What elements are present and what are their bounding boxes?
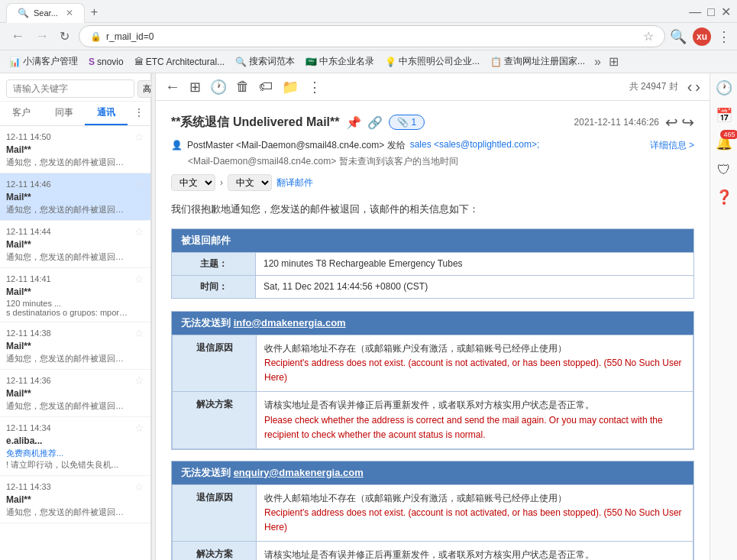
star-icon[interactable]: ☆ bbox=[134, 374, 144, 387]
cannot-deliver-1-header: 无法发送到 info@dmakenergia.com bbox=[172, 312, 693, 335]
bookmark-domain-icon: 📋 bbox=[490, 57, 502, 67]
star-icon[interactable]: ☆ bbox=[134, 225, 144, 238]
local-time-row: <Mail-Daemon@smail48.cn4e.com> 暂未查询到该客户的… bbox=[171, 155, 694, 168]
bookmark-xiaoman[interactable]: 📊 小满客户管理 bbox=[6, 53, 81, 70]
more-toolbar-icon[interactable]: ⋮ bbox=[308, 79, 322, 95]
star-icon[interactable]: ☆ bbox=[134, 481, 144, 493]
cd2-solution-row: 解决方案 请核实地址是否有误并修正后再重新发件，或者联系对方核实用户状态是否正常… bbox=[173, 542, 693, 560]
time-value-cell: Sat, 11 Dec 2021 14:44:56 +0800 (CST) bbox=[256, 275, 694, 298]
tab-customer[interactable]: 客户 bbox=[0, 102, 43, 125]
clock-icon[interactable]: 🕐 bbox=[210, 79, 227, 95]
cannot-deliver-2-header: 无法发送到 enquiry@dmakenergia.com bbox=[172, 461, 693, 484]
bookmarks-bar: 📊 小满客户管理 S snovio 🏛 ETC Architectural...… bbox=[0, 50, 737, 73]
bookmark-lighting[interactable]: 💡 中东照明公司企业... bbox=[382, 53, 483, 70]
star-icon[interactable]: ☆ bbox=[134, 327, 144, 339]
refresh-btn[interactable]: ↻ bbox=[55, 28, 74, 45]
list-item[interactable]: 12-11 14:33 ☆ Mail** 通知您，您发送的邮件被退回，... bbox=[0, 476, 150, 523]
attachment-count: 1 bbox=[412, 117, 417, 128]
tab-close-icon[interactable]: ✕ bbox=[66, 8, 73, 18]
reading-list-icon[interactable]: ⊞ bbox=[609, 54, 619, 69]
next-email-icon[interactable]: › bbox=[695, 78, 700, 95]
from-row: 👤 PostMaster <Mail-Daemon@smail48.cn4e.c… bbox=[171, 139, 694, 152]
back-btn[interactable]: ← bbox=[6, 27, 29, 46]
search-browser-icon[interactable]: 🔍 bbox=[670, 28, 687, 45]
more-bookmarks-btn[interactable]: » bbox=[594, 55, 601, 69]
copy-icon[interactable]: ⊞ bbox=[189, 79, 201, 95]
minimize-icon[interactable]: — bbox=[689, 5, 701, 19]
forward-btn[interactable]: → bbox=[31, 27, 53, 46]
email-sender: Mail** bbox=[6, 286, 144, 297]
address-bar[interactable]: 🔒 r_mail_id=0 ☆ bbox=[79, 25, 665, 47]
list-item[interactable]: 12-11 14:34 ☆ e.aliba... 免费商机推荐... ! 请立即… bbox=[0, 417, 150, 476]
tab-more[interactable]: ⋮ bbox=[128, 102, 150, 125]
reply-icon[interactable]: ↩ bbox=[665, 113, 678, 131]
cd2-solution-zh: 请核实地址是否有误并修正后再重新发件，或者联系对方核实用户状态是否正常。 bbox=[264, 548, 685, 560]
bookmark-lighting-icon: 💡 bbox=[385, 57, 396, 67]
email-preview2: s destinatarios o grupos: mporro... bbox=[6, 308, 128, 317]
clock-right-icon[interactable]: 🕐 bbox=[716, 79, 732, 96]
menu-icon[interactable]: ⋮ bbox=[717, 28, 731, 45]
detail-link[interactable]: 详细信息 > bbox=[650, 139, 694, 152]
help-right-icon[interactable]: ❓ bbox=[716, 189, 732, 206]
cannot-deliver-2-address: enquiry@dmakenergia.com bbox=[234, 467, 364, 478]
email-time: 12-11 14:34 bbox=[6, 423, 51, 432]
bookmark-search-terms[interactable]: 🔍 搜索词范本 bbox=[232, 53, 298, 70]
back-to-list-icon[interactable]: ← bbox=[165, 78, 180, 95]
bookmark-etc[interactable]: 🏛 ETC Architectural... bbox=[131, 55, 228, 69]
folder-tabs: 客户 同事 通讯 ⋮ bbox=[0, 102, 150, 126]
translate-btn[interactable]: 翻译邮件 bbox=[276, 176, 313, 189]
email-preview: 通知您，您发送的邮件被退回，... bbox=[6, 353, 128, 364]
bookmark-snovio[interactable]: S snovio bbox=[86, 55, 127, 69]
user-avatar[interactable]: xu bbox=[693, 28, 711, 46]
cd1-solution-row: 解决方案 请核实地址是否有误并修正后再重新发件，或者联系对方核实用户状态是否正常… bbox=[173, 392, 693, 449]
cannot-deliver-2-table: 退信原因 收件人邮箱地址不存在（或邮箱账户没有激活，或邮箱账号已经停止使用） R… bbox=[172, 484, 693, 560]
star-icon[interactable]: ☆ bbox=[134, 131, 144, 143]
star-icon[interactable]: ☆ bbox=[134, 273, 144, 285]
search-input[interactable] bbox=[6, 79, 134, 98]
returned-mail-subject-row: 主题： 120 minutes T8 Rechargeable Emergenc… bbox=[172, 252, 694, 275]
tab-newsletter[interactable]: 通讯 bbox=[85, 102, 128, 125]
returned-mail-time-row: 时间： Sat, 11 Dec 2021 14:44:56 +0800 (CST… bbox=[172, 275, 694, 298]
cannot-deliver-1-table: 退信原因 收件人邮箱地址不存在（或邮箱账户没有激活，或邮箱账号已经停止使用） R… bbox=[172, 335, 693, 449]
tab-colleague[interactable]: 同事 bbox=[43, 102, 86, 125]
bookmark-middleeast[interactable]: 🇸🇦 中东企业名录 bbox=[302, 53, 377, 70]
lang-from-select[interactable]: 中文 bbox=[171, 174, 215, 191]
bookmark-snovio-icon: S bbox=[89, 57, 95, 67]
tag-icon[interactable]: 🏷 bbox=[259, 79, 273, 95]
cd1-solution-value: 请核实地址是否有误并修正后再重新发件，或者联系对方核实用户状态是否正常。 Ple… bbox=[257, 392, 693, 449]
returned-mail-table: 被退回邮件 主题： 120 minutes T8 Rechargeable Em… bbox=[171, 228, 694, 299]
email-view: ← ⊞ 🕐 🗑 🏷 📁 ⋮ 共 24947 封 ‹ › **系统退信 Undel… bbox=[156, 73, 710, 560]
list-item[interactable]: 12-11 14:41 ☆ Mail** 120 minutes ... s d… bbox=[0, 268, 150, 322]
browser-tab-active[interactable]: 🔍 Sear... ✕ bbox=[6, 3, 85, 23]
star-icon[interactable]: ☆ bbox=[134, 422, 144, 434]
trash-icon[interactable]: 🗑 bbox=[236, 79, 250, 95]
list-item[interactable]: 12-11 14:46 ☆ Mail** 通知您，您发送的邮件被退回，... bbox=[0, 173, 150, 221]
list-item[interactable]: 12-11 14:50 ☆ Mail** 通知您，您发送的邮件被退回，... bbox=[0, 126, 150, 173]
close-icon[interactable]: ✕ bbox=[721, 5, 731, 19]
lang-to-select[interactable]: 中文 bbox=[228, 174, 272, 191]
folder-icon[interactable]: 📁 bbox=[282, 79, 299, 95]
cd2-reason-value: 收件人邮箱地址不存在（或邮箱账户没有激活，或邮箱账号已经停止使用） Recipi… bbox=[257, 484, 693, 542]
bookmark-domain[interactable]: 📋 查询网址注册国家... bbox=[487, 53, 588, 70]
email-time: 12-11 14:38 bbox=[6, 329, 51, 338]
cannot-deliver-1-address: info@dmakenergia.com bbox=[234, 317, 346, 329]
list-item[interactable]: 12-11 14:38 ☆ Mail** 通知您，您发送的邮件被退回，... bbox=[0, 322, 150, 370]
star-icon[interactable]: ☆ bbox=[134, 178, 144, 190]
link-icon[interactable]: 🔗 bbox=[367, 115, 383, 130]
email-time: 12-11 14:44 bbox=[6, 227, 51, 236]
email-preview2: ! 请立即行动，以免错失良机... bbox=[6, 459, 128, 471]
star-bookmark-icon[interactable]: ☆ bbox=[643, 29, 654, 44]
list-item[interactable]: 12-11 14:36 ☆ Mail** 通知您，您发送的邮件被退回，... bbox=[0, 370, 150, 417]
lock-icon: 🔒 bbox=[90, 31, 102, 42]
reply-all-icon[interactable]: ↩ bbox=[681, 113, 694, 131]
bookmark-search-icon: 🔍 bbox=[235, 57, 247, 67]
pin-icon[interactable]: 📌 bbox=[346, 115, 361, 130]
maximize-icon[interactable]: □ bbox=[707, 5, 715, 19]
list-item[interactable]: 12-11 14:44 ☆ Mail** 通知您，您发送的邮件被退回，... bbox=[0, 221, 150, 268]
email-list: 12-11 14:50 ☆ Mail** 通知您，您发送的邮件被退回，... 1… bbox=[0, 126, 150, 560]
attachment-badge[interactable]: 📎 1 bbox=[389, 115, 425, 130]
shield-right-icon[interactable]: 🛡 bbox=[717, 162, 731, 178]
calendar-right-icon[interactable]: 📅 bbox=[716, 107, 732, 124]
prev-email-icon[interactable]: ‹ bbox=[687, 78, 693, 95]
new-tab-btn[interactable]: + bbox=[85, 2, 104, 22]
